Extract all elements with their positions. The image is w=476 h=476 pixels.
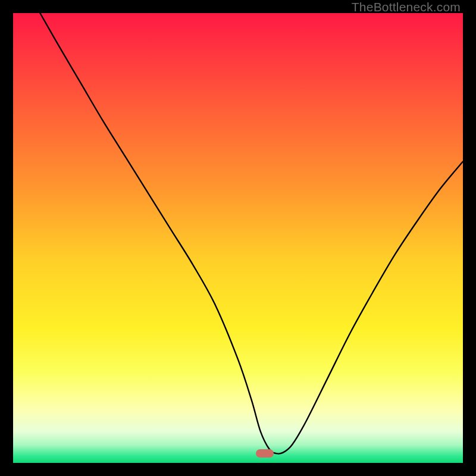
- chart-frame: [13, 13, 463, 463]
- optimal-marker: [256, 449, 274, 458]
- gradient-background: [13, 13, 463, 463]
- bottleneck-plot: [13, 13, 463, 463]
- watermark-text: TheBottleneck.com: [352, 0, 461, 14]
